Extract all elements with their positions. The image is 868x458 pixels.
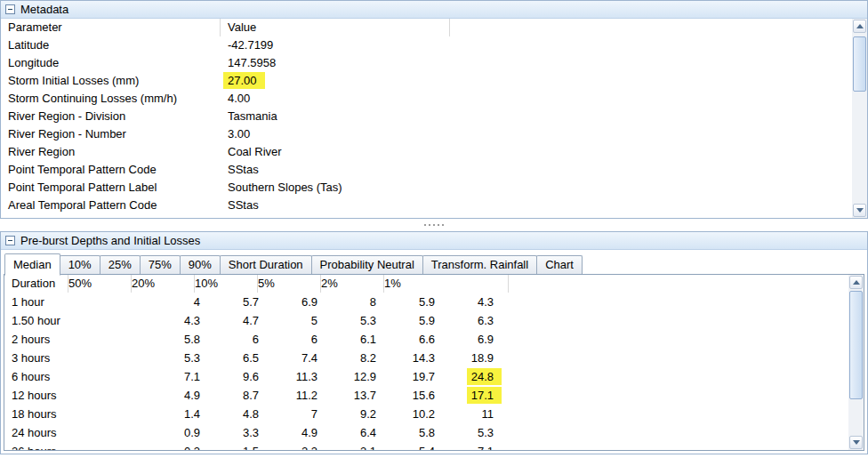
value-cell: 12.9 (319, 367, 378, 386)
value-text: 5.3 (478, 426, 494, 439)
table-row[interactable]: 36 hours 0.3 1.5 2.3 3.1 5.4 7.1 (4, 442, 864, 451)
value-cell: 8 (319, 293, 378, 311)
value-cell: 6.3 (437, 311, 495, 330)
scroll-up-button[interactable] (849, 276, 863, 289)
table-row[interactable]: River Region Coal River (1, 143, 867, 161)
value-text: 4.9 (184, 389, 200, 402)
arrow-down-icon (856, 208, 864, 213)
table-row[interactable]: Point Temporal Pattern Label Southern Sl… (1, 179, 867, 197)
parameter-cell: Storm Initial Losses (mm) (1, 72, 221, 90)
tab-transform-rainfall[interactable]: Transform. Rainfall (422, 255, 537, 274)
value-text: 147.5958 (228, 56, 276, 69)
table-row[interactable]: Latitude -42.7199 (1, 36, 867, 54)
value-cell: 19.7 (378, 367, 437, 386)
parameter-cell: Storm Continuing Losses (mm/h) (1, 90, 221, 108)
table-row[interactable]: Point Temporal Pattern Code SStas (1, 161, 867, 179)
scrollbar-thumb[interactable] (849, 291, 863, 399)
table-row[interactable]: 3 hours 5.3 6.5 7.4 8.2 14.3 18.9 (4, 349, 864, 367)
column-header-parameter: Parameter (1, 19, 221, 36)
table-row[interactable]: 24 hours 0.9 3.3 4.9 6.4 5.8 5.3 (4, 423, 864, 442)
value-cell: 4 (68, 293, 202, 311)
value-text: 3.00 (228, 127, 250, 141)
column-header-10: 10% (195, 275, 258, 293)
column-header-empty (509, 275, 864, 293)
value-cell: 8.7 (202, 386, 261, 405)
value-cell: 4.9 (261, 423, 319, 442)
scroll-up-button[interactable] (853, 20, 866, 33)
value-text: 7 (311, 407, 317, 421)
tab-probability-neutral[interactable]: Probability Neutral (311, 255, 423, 274)
scrollbar-thumb[interactable] (853, 36, 866, 92)
value-cell: 9.2 (319, 405, 378, 423)
panel-splitter[interactable] (0, 219, 868, 231)
value-cell: 5.3 (437, 423, 495, 442)
arrow-up-icon (853, 280, 860, 285)
duration-cell: 1 hour (12, 293, 68, 311)
collapse-icon[interactable] (5, 4, 15, 14)
duration-cell: 6 hours (12, 367, 68, 386)
value-text: 7.4 (301, 351, 317, 365)
value-text: 6.6 (419, 333, 435, 346)
table-row[interactable]: 1 hour 4 5.7 6.9 8 5.9 4.3 (4, 293, 864, 311)
value-text: 7.1 (184, 370, 200, 383)
value-text: 8.2 (360, 351, 376, 365)
value-text: 9.6 (243, 370, 259, 383)
metadata-panel-header: Metadata (1, 1, 867, 19)
value-text: 6 (311, 333, 317, 346)
table-row[interactable]: 2 hours 5.8 6 6 6.1 6.6 6.9 (4, 330, 864, 349)
scroll-down-button[interactable] (849, 436, 863, 449)
column-header-20: 20% (132, 275, 195, 293)
value-cell: SStas (221, 161, 450, 179)
value-cell: 18.9 (437, 349, 495, 367)
value-text: 5.4 (419, 445, 435, 451)
value-text: 4 (194, 295, 200, 309)
value-text: 1.4 (184, 407, 200, 421)
value-cell: 5 (261, 311, 319, 330)
column-header-1: 1% (384, 275, 509, 293)
tab-short-duration[interactable]: Short Duration (220, 255, 312, 274)
table-row[interactable]: Areal Temporal Pattern Code SStas (1, 197, 867, 214)
table-row[interactable]: 1.50 hour 4.3 4.7 5 5.3 5.9 6.3 (4, 311, 864, 330)
tab-10[interactable]: 10% (60, 255, 100, 274)
value-cell: 0.3 (68, 442, 202, 451)
value-cell: 15.6 (378, 386, 437, 405)
table-row[interactable]: Longitude 147.5958 (1, 54, 867, 72)
value-text: 2.3 (301, 445, 317, 451)
value-cell: 4.7 (202, 311, 261, 330)
tab-25[interactable]: 25% (100, 255, 141, 274)
tab-median[interactable]: Median (4, 253, 60, 276)
value-cell: 7 (261, 405, 319, 423)
value-cell: 0.9 (68, 423, 202, 442)
vertical-scrollbar[interactable] (852, 19, 867, 218)
value-text: 13.7 (354, 389, 376, 402)
table-row[interactable]: Storm Initial Losses (mm) 27.00 (1, 72, 867, 90)
value-text: 5.7 (243, 295, 259, 309)
table-row[interactable]: 12 hours 4.9 8.7 11.2 13.7 15.6 17.1 (4, 386, 864, 405)
value-cell: Tasmania (221, 108, 450, 125)
value-cell: 4.8 (202, 405, 261, 423)
column-header-empty (450, 19, 867, 36)
table-row[interactable]: 6 hours 7.1 9.6 11.3 12.9 19.7 24.8 (4, 367, 864, 386)
value-cell: 11.2 (261, 386, 319, 405)
preburst-panel: Pre-burst Depths and Initial Losses Medi… (0, 231, 868, 454)
value-text: 12.9 (354, 370, 376, 383)
tab-chart[interactable]: Chart (536, 255, 583, 274)
value-text: 5.3 (360, 314, 376, 327)
vertical-scrollbar[interactable] (848, 275, 864, 450)
scroll-down-button[interactable] (853, 204, 866, 217)
value-text: 6 (253, 333, 259, 346)
arrow-up-icon (856, 24, 864, 28)
value-text: 24.8 (467, 368, 502, 385)
table-row[interactable]: Storm Continuing Losses (mm/h) 4.00 (1, 90, 867, 108)
column-header-value: Value (221, 19, 450, 36)
value-text: 8.7 (243, 389, 259, 402)
table-row[interactable]: River Region - Number 3.00 (1, 125, 867, 143)
table-row[interactable]: River Region - Division Tasmania (1, 108, 867, 125)
collapse-icon[interactable] (5, 236, 15, 245)
value-cell: 5.3 (68, 349, 202, 367)
tab-75[interactable]: 75% (140, 255, 181, 274)
tab-90[interactable]: 90% (180, 255, 221, 274)
value-cell: Southern Slopes (Tas) (221, 179, 450, 197)
value-cell: 5.8 (68, 330, 202, 349)
table-row[interactable]: 18 hours 1.4 4.8 7 9.2 10.2 11 (4, 405, 864, 423)
